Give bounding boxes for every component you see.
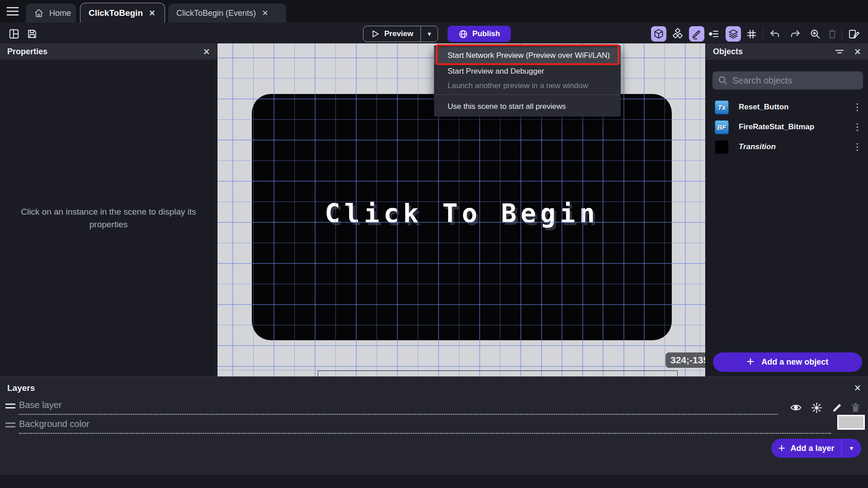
layer-name-field[interactable]: Base layer xyxy=(19,400,778,415)
tab-label: Home xyxy=(49,9,71,18)
objects-panel-header: Objects × xyxy=(706,43,868,60)
edit-layer-pencil-icon[interactable] xyxy=(832,402,844,413)
layers-panel-toggle-icon[interactable] xyxy=(726,26,741,42)
properties-panel-header: Properties × xyxy=(0,43,217,60)
main-menu-icon[interactable] xyxy=(6,5,19,17)
drag-handle-icon[interactable] xyxy=(5,422,15,427)
save-icon[interactable] xyxy=(24,26,40,42)
tab-label: ClickToBegin (Events) xyxy=(176,9,256,18)
objects-panel: Objects × Tx Reset_Button ⋮ BF FireRateS… xyxy=(705,43,868,376)
menu-item-start-network-preview[interactable]: Start Network Preview (Preview over WiFi… xyxy=(434,47,621,64)
object-name: FireRateStat_Bitmap xyxy=(739,122,814,131)
preview-label: Preview xyxy=(384,29,413,38)
cursor-coordinates-badge: 324;-135 xyxy=(665,352,705,368)
object-name: Reset_Button xyxy=(739,103,789,112)
object-name: Transition xyxy=(739,142,776,151)
toolbar-separator xyxy=(763,28,763,40)
preview-options-menu: Start Network Preview (Preview over WiFi… xyxy=(434,45,621,117)
background-color-field[interactable]: Background color xyxy=(19,419,831,434)
close-icon[interactable]: × xyxy=(854,46,861,57)
tab-home[interactable]: Home xyxy=(26,4,76,23)
publish-button[interactable]: Publish xyxy=(448,26,511,42)
tab-clicktobegin[interactable]: ClickToBegin × xyxy=(80,3,165,23)
layer-row-background-color: Background color xyxy=(0,417,868,434)
layer-row-base: Base layer xyxy=(0,398,868,415)
kebab-menu-icon[interactable]: ⋮ xyxy=(853,102,862,113)
object-row-fireratestat-bitmap[interactable]: BF FireRateStat_Bitmap ⋮ xyxy=(706,117,868,136)
preview-options-caret[interactable]: ▾ xyxy=(420,26,438,42)
chevron-down-icon: ▾ xyxy=(850,444,854,452)
background-color-swatch[interactable] xyxy=(837,415,865,430)
grid-icon[interactable] xyxy=(744,26,759,42)
bitmap-font-object-icon: BF xyxy=(715,120,729,134)
sprite-object-icon xyxy=(715,140,729,154)
scene-text-instance: Click To Begin xyxy=(325,198,599,228)
tab-label: ClickToBegin xyxy=(89,8,143,18)
drag-handle-icon[interactable] xyxy=(5,404,15,408)
properties-title: Properties xyxy=(7,47,47,56)
toolbar-separator xyxy=(842,28,842,40)
play-icon xyxy=(371,29,380,38)
layers-title: Layers xyxy=(7,383,35,393)
object-row-reset-button[interactable]: Tx Reset_Button ⋮ xyxy=(706,98,868,117)
chevron-down-icon: ▾ xyxy=(428,30,431,38)
visibility-eye-icon[interactable] xyxy=(790,402,802,413)
scene-properties-edit-icon[interactable] xyxy=(846,26,862,42)
add-layer-button[interactable]: + Add a layer ▾ xyxy=(771,439,861,458)
menu-item-launch-another-preview: Launch another preview in a new window xyxy=(434,79,621,93)
instances-list-icon[interactable] xyxy=(706,26,722,42)
gdevelop-window: Home ClickToBegin × ClickToBegin (Events… xyxy=(0,0,868,488)
close-icon[interactable]: × xyxy=(854,381,861,394)
text-object-icon: Tx xyxy=(715,100,729,114)
close-tab-icon[interactable]: × xyxy=(148,8,156,18)
edit-mode-pencil-icon[interactable] xyxy=(689,26,704,42)
add-layer-options-caret[interactable]: ▾ xyxy=(841,439,861,458)
filter-sort-icon[interactable] xyxy=(834,46,845,57)
delete-trash-icon[interactable] xyxy=(825,26,840,42)
undo-icon[interactable] xyxy=(767,26,783,42)
preview-button[interactable]: Preview ▾ xyxy=(363,26,438,42)
properties-panel: Properties × Click on an instance in the… xyxy=(0,43,217,376)
objects-panel-toggle-cube-icon[interactable] xyxy=(651,26,666,42)
search-objects-input[interactable] xyxy=(732,75,858,86)
kebab-menu-icon[interactable]: ⋮ xyxy=(853,122,862,132)
plus-icon: + xyxy=(778,441,785,455)
delete-layer-trash-icon[interactable] xyxy=(850,402,862,413)
menu-item-start-preview-debugger[interactable]: Start Preview and Debugger xyxy=(434,64,621,79)
publish-label: Publish xyxy=(472,29,500,38)
home-icon xyxy=(34,8,44,18)
editor-layout-icon[interactable] xyxy=(6,26,22,42)
add-layer-label: Add a layer xyxy=(791,444,835,453)
redo-icon[interactable] xyxy=(788,26,803,42)
bottom-strip xyxy=(0,475,868,488)
objects-title: Objects xyxy=(713,47,743,56)
scene-window-border xyxy=(318,371,678,376)
object-row-transition[interactable]: Transition ⋮ xyxy=(706,137,868,156)
menu-divider xyxy=(434,94,621,95)
layers-panel: Layers × Base layer Background color xyxy=(0,376,868,488)
search-icon xyxy=(718,75,728,85)
close-icon[interactable]: × xyxy=(203,46,210,57)
properties-body: Click on an instance in the scene to dis… xyxy=(0,60,217,376)
plus-icon: + xyxy=(747,354,754,369)
scene-background: Click To Begin xyxy=(252,94,672,340)
globe-icon xyxy=(458,29,468,39)
menu-item-use-scene-start-previews[interactable]: Use this scene to start all previews xyxy=(434,99,621,115)
instances-cubes-icon[interactable] xyxy=(670,26,685,42)
search-objects-box xyxy=(712,71,863,89)
properties-empty-message: Click on an instance in the scene to dis… xyxy=(11,206,206,231)
layer-effects-icon[interactable] xyxy=(811,402,822,413)
zoom-in-icon[interactable] xyxy=(807,26,823,42)
tab-clicktobegin-events[interactable]: ClickToBegin (Events) × xyxy=(168,4,286,23)
add-object-label: Add a new object xyxy=(761,357,828,367)
kebab-menu-icon[interactable]: ⋮ xyxy=(853,141,862,152)
close-tab-icon[interactable]: × xyxy=(261,8,269,18)
tab-bar: Home ClickToBegin × ClickToBegin (Events… xyxy=(0,0,868,23)
add-new-object-button[interactable]: + Add a new object xyxy=(713,352,862,372)
